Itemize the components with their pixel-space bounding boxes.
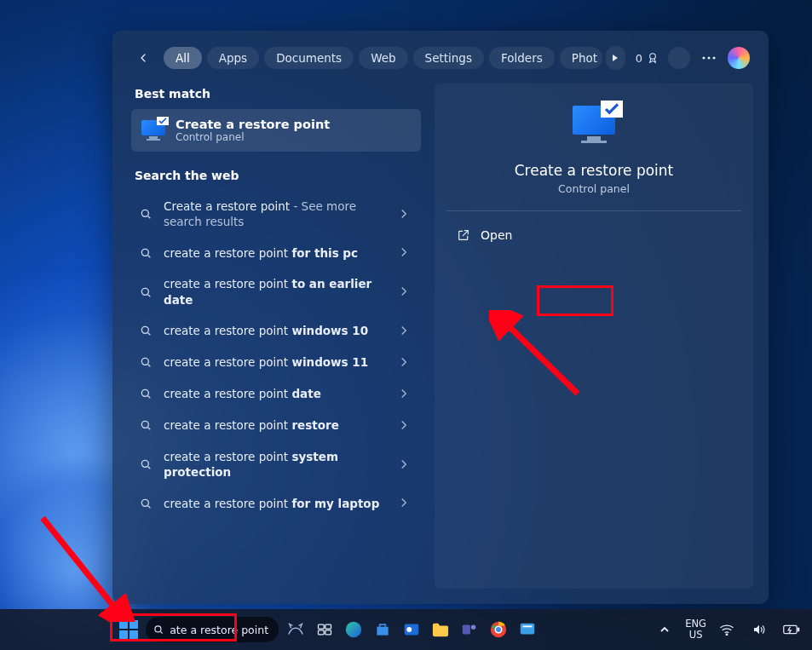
web-result-text: create a restore point restore [164,417,392,433]
web-result[interactable]: create a restore point windows 11 [131,347,421,378]
more-options-button[interactable] [699,48,719,68]
taskbar-app-weather[interactable] [284,618,308,641]
tray-overflow[interactable] [653,618,677,641]
web-result[interactable]: create a restore point for this pc [131,237,421,268]
web-result[interactable]: create a restore point windows 10 [131,315,421,347]
language-indicator[interactable]: ENG US [685,618,706,640]
rewards-points: 0 [636,52,642,65]
svg-point-1 [702,56,705,59]
web-result-text: create a restore point windows 11 [164,354,392,370]
open-button[interactable]: Open [446,220,741,250]
panel-body: Best match Create a restore point Contro… [112,78,769,604]
search-icon [136,387,155,400]
web-result-text: create a restore point for this pc [164,245,392,261]
search-icon [136,285,155,299]
copilot-button[interactable] [728,47,750,69]
chevron-up-icon [659,624,670,635]
web-result[interactable]: create a restore point restore [131,410,421,441]
best-match-title: Create a restore point [176,118,330,131]
svg-point-0 [650,54,656,60]
panel-header: All Apps Documents Web Settings Folders … [112,31,769,78]
rewards-indicator[interactable]: 0 [636,51,659,65]
svg-point-3 [712,56,715,59]
svg-point-6 [141,288,148,295]
search-icon [136,355,155,369]
search-icon [136,497,155,510]
filter-pills: All Apps Documents Web Settings Folders … [164,46,625,70]
back-button[interactable] [131,46,155,70]
tray-battery[interactable] [780,618,803,641]
web-result-text: create a restore point date [164,386,392,401]
taskbar-app-chrome[interactable] [487,618,510,641]
filter-pill-overflow[interactable] [606,46,625,70]
svg-point-11 [141,460,148,467]
svg-point-22 [406,627,412,632]
taskbar-app-edge[interactable] [342,618,366,641]
web-result[interactable]: create a restore point system protection [131,441,421,487]
web-result-text: create a restore point windows 10 [164,323,392,338]
medal-icon [646,51,659,65]
filter-pill-web[interactable]: Web [359,47,407,69]
web-result[interactable]: Create a restore point - See more search… [131,191,421,237]
web-result-text: create a restore point system protection [164,449,392,480]
arrow-left-icon [136,51,150,65]
divider [446,210,741,211]
folder-icon [431,621,450,638]
taskbar-app-generic[interactable] [515,618,539,641]
taskbar-search[interactable]: ate a restore point [146,617,279,642]
svg-rect-19 [325,630,331,635]
svg-point-9 [141,390,148,397]
web-result[interactable]: create a restore point for my laptop [131,487,421,519]
ellipsis-icon [702,56,716,60]
svg-rect-23 [463,625,470,635]
svg-rect-17 [325,624,331,629]
control-panel-icon [570,106,618,147]
filter-pill-settings[interactable]: Settings [413,47,484,69]
web-results-list: Create a restore point - See more search… [131,191,421,519]
start-button[interactable] [117,618,141,641]
tray-volume[interactable] [747,618,771,641]
search-icon [136,324,155,337]
search-results-panel: All Apps Documents Web Settings Folders … [112,31,769,604]
teams-icon [460,620,479,639]
chevron-right-icon [400,386,412,402]
taskbar-app-store[interactable] [371,618,394,641]
chevron-right-icon [400,244,412,261]
chevron-right-icon [400,206,412,222]
taskbar: ate a restore point [0,609,812,650]
taskbar-app-taskview[interactable] [313,618,337,641]
web-result[interactable]: create a restore point date [131,378,421,410]
results-column: Best match Create a restore point Contro… [131,83,421,589]
chevron-right-icon [400,457,412,473]
search-icon [136,207,155,221]
detail-title: Create a restore point [515,162,674,179]
open-external-icon [457,228,470,242]
svg-rect-16 [319,624,325,629]
taskbar-app-explorer[interactable] [429,618,452,641]
chrome-icon [489,620,508,639]
filter-pill-photos[interactable]: Phot [560,47,602,69]
outlook-icon [402,620,421,639]
check-icon [604,103,619,115]
svg-point-20 [346,622,361,637]
taskbar-app-teams[interactable] [458,618,481,641]
taskbar-center: ate a restore point [9,617,648,642]
chevron-right-icon [400,323,412,339]
taskbar-app-outlook[interactable] [400,618,423,641]
tray-wifi[interactable] [715,618,739,641]
control-panel-icon [141,120,165,141]
filter-pill-documents[interactable]: Documents [264,47,354,69]
web-result-text: create a restore point to an earlier dat… [164,276,392,307]
filter-pill-apps[interactable]: Apps [207,47,259,69]
search-icon [136,246,155,260]
svg-point-15 [155,626,161,632]
open-label: Open [481,228,512,242]
account-button[interactable] [668,47,690,69]
filter-pill-folders[interactable]: Folders [489,47,555,69]
detail-pane: Create a restore point Control panel Ope… [435,83,753,589]
best-match-result[interactable]: Create a restore point Control panel [131,109,421,152]
web-result[interactable]: create a restore point to an earlier dat… [131,268,421,314]
filter-pill-all[interactable]: All [164,47,202,69]
svg-point-12 [141,499,148,506]
svg-rect-29 [523,625,533,627]
